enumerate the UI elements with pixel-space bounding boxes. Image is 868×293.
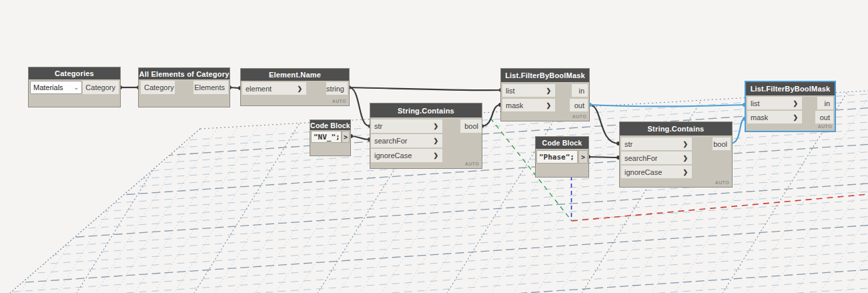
- node-all-elements-of-category[interactable]: All Elements of Category Category Elemen…: [139, 68, 230, 107]
- node-title[interactable]: Code Block: [310, 120, 350, 130]
- node-code-block-phase[interactable]: Code Block "Phase"; >: [536, 137, 588, 177]
- wire-contains2-bool-to-filter2-mask[interactable]: [731, 119, 745, 143]
- chevron-right-icon: ❯: [793, 100, 798, 107]
- chevron-right-icon: ❯: [683, 169, 688, 176]
- input-port-category[interactable]: Category: [141, 81, 175, 94]
- lacing-indicator[interactable]: AUTO: [332, 99, 346, 103]
- wire-codeblock1-to-searchfor[interactable]: [351, 136, 369, 139]
- input-port-element[interactable]: element ❯: [242, 82, 306, 95]
- dropdown-caret-icon[interactable]: ⌄: [73, 85, 79, 89]
- lacing-indicator[interactable]: AUTO: [715, 180, 729, 185]
- node-list-filterbyboolmask-1[interactable]: List.FilterByBoolMask list ❯ mask ❯ in o…: [501, 69, 589, 121]
- output-port-out[interactable]: out: [570, 99, 588, 111]
- node-title[interactable]: String.Contains: [370, 103, 482, 117]
- wire-elementname-to-filterlist[interactable]: [349, 87, 501, 90]
- lacing-indicator[interactable]: AUTO: [818, 124, 832, 129]
- node-element-name[interactable]: Element.Name element ❯ string AUTO: [241, 69, 349, 105]
- node-title[interactable]: Code Block: [536, 137, 588, 149]
- input-port-ignorecase[interactable]: ignoreCase ❯: [371, 149, 442, 162]
- output-port-in[interactable]: in: [572, 84, 588, 97]
- node-code-block-nv[interactable]: Code Block "NV_"; >: [310, 120, 350, 156]
- node-title[interactable]: List.FilterByBoolMask: [501, 69, 589, 82]
- output-port-elements[interactable]: Elements: [193, 81, 228, 94]
- wire-filter1-out-to-filter2-list[interactable]: [590, 105, 745, 106]
- wire-contains1-bool-to-mask[interactable]: [482, 105, 500, 126]
- chevron-right-icon: ❯: [546, 87, 551, 94]
- chevron-right-icon: ❯: [433, 137, 438, 144]
- chevron-right-icon: ❯: [683, 141, 688, 148]
- code-block-output-port[interactable]: >: [342, 131, 350, 143]
- input-port-str[interactable]: str ❯: [371, 119, 442, 133]
- category-dropdown[interactable]: Materials ⌄: [30, 81, 82, 94]
- lacing-indicator[interactable]: AUTO: [465, 162, 479, 166]
- node-string-contains-1[interactable]: String.Contains str ❯ searchFor ❯ ignore…: [370, 103, 482, 168]
- dropdown-value: Materials: [33, 83, 63, 91]
- node-categories[interactable]: Categories Materials ⌄ Category: [29, 67, 120, 107]
- input-port-list[interactable]: list ❯: [747, 97, 802, 109]
- input-port-mask[interactable]: mask ❯: [502, 99, 555, 111]
- node-list-filterbyboolmask-2[interactable]: List.FilterByBoolMask list ❯ mask ❯ in o…: [745, 81, 836, 132]
- node-title[interactable]: Categories: [29, 67, 120, 79]
- wire-elementname-to-contains-str[interactable]: [349, 87, 370, 126]
- input-port-searchfor[interactable]: searchFor ❯: [621, 152, 692, 164]
- output-port-bool[interactable]: bool: [713, 137, 731, 150]
- node-title[interactable]: All Elements of Category: [139, 68, 230, 79]
- node-title[interactable]: List.FilterByBoolMask: [746, 82, 835, 95]
- code-block-output-port[interactable]: >: [578, 150, 588, 164]
- input-port-mask[interactable]: mask ❯: [747, 111, 802, 123]
- output-port-category[interactable]: Category: [83, 81, 119, 94]
- output-port-bool[interactable]: bool: [460, 119, 482, 133]
- node-string-contains-2[interactable]: String.Contains str ❯ searchFor ❯ ignore…: [620, 122, 732, 187]
- code-block-expression[interactable]: "NV_";: [311, 131, 342, 143]
- chevron-right-icon: ❯: [433, 152, 438, 159]
- node-title[interactable]: String.Contains: [620, 122, 732, 135]
- chevron-right-icon: ❯: [433, 123, 438, 129]
- wire-codeblock2-to-searchfor[interactable]: [588, 157, 618, 158]
- wire-filter1-out-to-contains2-str[interactable]: [590, 105, 618, 143]
- chevron-right-icon: ❯: [793, 114, 798, 121]
- chevron-right-icon: ❯: [546, 102, 551, 109]
- chevron-right-icon: ❯: [297, 85, 302, 92]
- code-block-expression[interactable]: "Phase";: [536, 150, 578, 164]
- node-title[interactable]: Element.Name: [241, 69, 349, 81]
- output-port-out[interactable]: out: [815, 111, 833, 123]
- chevron-right-icon: ❯: [683, 155, 688, 162]
- dynamo-canvas[interactable]: Categories Materials ⌄ Category All Elem…: [0, 0, 868, 293]
- lacing-indicator[interactable]: AUTO: [572, 114, 586, 119]
- input-port-list[interactable]: list ❯: [502, 84, 555, 97]
- input-port-ignorecase[interactable]: ignoreCase ❯: [621, 166, 692, 178]
- input-port-str[interactable]: str ❯: [621, 137, 692, 150]
- output-port-string[interactable]: string: [326, 82, 348, 95]
- input-port-searchfor[interactable]: searchFor ❯: [371, 134, 442, 148]
- output-port-in[interactable]: in: [817, 97, 833, 109]
